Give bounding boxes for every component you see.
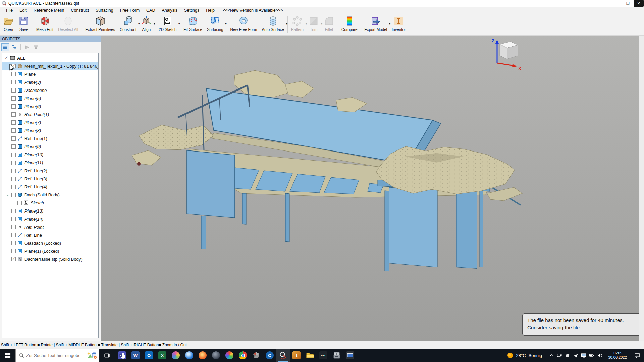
tree-item-plane-7[interactable]: Plane(7) (2, 118, 98, 126)
visibility-checkbox[interactable] (11, 128, 16, 133)
taskbar-app-teams[interactable]: T (115, 349, 129, 362)
taskbar-app-remote-window[interactable] (343, 349, 357, 362)
toolbar-button-compare[interactable]: Compare (339, 15, 360, 32)
visibility-checkbox[interactable] (11, 209, 16, 213)
visibility-checkbox[interactable] (11, 177, 16, 181)
visibility-checkbox[interactable] (11, 72, 16, 76)
toolbar-button-align[interactable]: Align ▾ (139, 15, 154, 32)
taskbar-app-circle-red[interactable] (196, 349, 209, 362)
search-input[interactable] (26, 353, 80, 358)
dropdown-arrow-icon[interactable]: ▾ (154, 22, 155, 25)
tree-item-plane-9[interactable]: Plane(9) (2, 142, 98, 150)
dropdown-arrow-icon[interactable]: ▾ (286, 22, 287, 25)
visibility-checkbox[interactable] (11, 233, 16, 237)
menu-free-form[interactable]: Free Form (117, 7, 143, 13)
left-wall[interactable] (187, 150, 235, 218)
tray-input-device-icon[interactable] (564, 351, 572, 360)
visibility-checkbox[interactable] (4, 56, 8, 60)
tree-item-plane-14[interactable]: Plane(14) (2, 215, 98, 223)
visibility-checkbox[interactable] (11, 169, 16, 173)
tree-item-dachterrasse-stp-solid-body[interactable]: Dachterrasse.stp (Solid Body) (2, 255, 98, 263)
tree-item-all[interactable]: ALL (2, 54, 98, 62)
tree-item-plane-10[interactable]: Plane(10) (2, 150, 98, 159)
visibility-checkbox[interactable] (11, 96, 16, 101)
visibility-checkbox[interactable] (11, 185, 16, 189)
tree-item-ref-point-1[interactable]: Ref. Point(1) (2, 110, 98, 118)
taskbar-app-cura[interactable]: C (263, 349, 276, 362)
panel-tree-view-button[interactable] (10, 43, 18, 51)
expander-chevron-icon[interactable]: ⌄ (5, 193, 11, 197)
news-interests-icon[interactable] (87, 351, 97, 360)
taskbar-app-inventor-app[interactable]: I (290, 349, 303, 362)
taskbar-app-circle-dark[interactable] (209, 349, 223, 362)
toolbar-button-new-free-form[interactable]: New Free Form (228, 15, 260, 32)
tree-item-ref-line[interactable]: Ref. Line (2, 231, 98, 239)
tree-item-plane-13[interactable]: Plane(13) (2, 207, 98, 215)
taskbar-app-color-disc[interactable] (169, 349, 182, 362)
tree-item-sketch[interactable]: Sketch (2, 199, 98, 207)
visibility-checkbox[interactable] (11, 225, 16, 229)
right-scrollbar-strip[interactable] (639, 36, 644, 341)
tree-item-plane-11[interactable]: Plane(11) (2, 159, 98, 167)
toolbar-button-construct[interactable]: Construct ▾ (117, 15, 139, 32)
tray-chevron-up-icon[interactable] (547, 351, 555, 360)
menu-surfacing[interactable]: Surfacing (92, 7, 117, 13)
tree-item-plane[interactable]: Plane (2, 70, 98, 78)
new-version-notice[interactable]: <<<New Version is Available>>> (223, 8, 283, 13)
visibility-checkbox[interactable] (11, 112, 16, 117)
maximize-button[interactable]: ❐ (622, 0, 634, 7)
visibility-checkbox[interactable] (11, 136, 16, 141)
tree-item-plane-1-locked[interactable]: Plane(1) (Locked) (2, 247, 98, 255)
tree-item-plane-3[interactable]: Plane(3) (2, 78, 98, 86)
tree-item-ref-line-4[interactable]: Ref. Line(4) (2, 183, 98, 191)
toolbar-button-open[interactable]: Open (1, 15, 16, 32)
tray-airplane-icon[interactable] (572, 351, 580, 360)
tray-battery-icon[interactable] (588, 351, 596, 360)
tray-volume-icon[interactable] (596, 351, 604, 360)
taskbar-app-chrome[interactable] (236, 349, 250, 362)
menu-construct[interactable]: Construct (67, 7, 92, 13)
tree-item-plane-6[interactable]: Plane(6) (2, 102, 98, 110)
taskbar-app-word[interactable]: W (129, 349, 142, 362)
minimize-button[interactable]: – (611, 0, 622, 7)
viewport-3d-scene[interactable] (101, 36, 639, 341)
tree-item-ref-line-1[interactable]: Ref. Line(1) (2, 134, 98, 142)
toolbar-button-2d-sketch[interactable]: 2D Sketch ▾ (156, 15, 179, 32)
toolbar-button-export-model[interactable]: Export Model ▾ (362, 15, 389, 32)
taskbar-app-excel[interactable]: X (156, 349, 169, 362)
taskbar-app-exscan[interactable]: exs (317, 349, 330, 362)
dropdown-arrow-icon[interactable]: ▾ (178, 22, 180, 25)
tree-item-mesh-mit-textur-1-copy-t-81-846[interactable]: Mesh_mit_Textur_1 - Copy (T: 81 846) (2, 62, 98, 70)
toolbar-button-extract-primitives[interactable]: Extract Primitives (83, 15, 117, 32)
visibility-checkbox[interactable] (11, 193, 16, 197)
menu-help[interactable]: Help (203, 7, 218, 13)
visibility-checkbox[interactable] (11, 64, 16, 68)
tray-meet-now-icon[interactable] (555, 351, 564, 360)
tree-item-dachebene[interactable]: Dachebene (2, 86, 98, 94)
toolbar-button-fit-surface[interactable]: Fit Surface (181, 15, 205, 32)
taskbar-search[interactable] (15, 349, 99, 362)
taskbar-app-quicksurface[interactable]: 2022 (276, 349, 290, 362)
action-center-button[interactable] (631, 349, 643, 362)
visibility-checkbox[interactable] (11, 80, 16, 84)
dropdown-arrow-icon[interactable]: ▾ (225, 22, 227, 25)
tree-item-ref-point[interactable]: Ref. Point (2, 223, 98, 231)
menu-cad[interactable]: CAD (143, 7, 158, 13)
tree-item-glasdach-locked[interactable]: Glasdach (Locked) (2, 239, 98, 247)
view-orientation-gizmo[interactable]: Z X (490, 37, 523, 70)
visibility-checkbox[interactable] (11, 120, 16, 125)
toolbar-button-save[interactable]: Save (16, 15, 32, 32)
visibility-checkbox[interactable] (11, 144, 16, 149)
taskbar-app-outlook[interactable]: O (142, 349, 156, 362)
taskbar-app-printer-3d[interactable] (330, 349, 343, 362)
visibility-checkbox[interactable] (11, 217, 16, 221)
menu-file[interactable]: File (3, 7, 16, 13)
toolbar-button-surfacing[interactable]: Surfacing ▾ (205, 15, 226, 32)
visibility-checkbox[interactable] (11, 241, 16, 245)
visibility-checkbox[interactable] (17, 201, 22, 205)
tree-item-dach-solid-body[interactable]: ⌄ Dach (Solid Body) (2, 191, 98, 199)
visibility-checkbox[interactable] (11, 257, 16, 261)
visibility-checkbox[interactable] (11, 161, 16, 165)
taskbar-app-pinwheel[interactable] (223, 349, 236, 362)
visibility-checkbox[interactable] (11, 88, 16, 93)
